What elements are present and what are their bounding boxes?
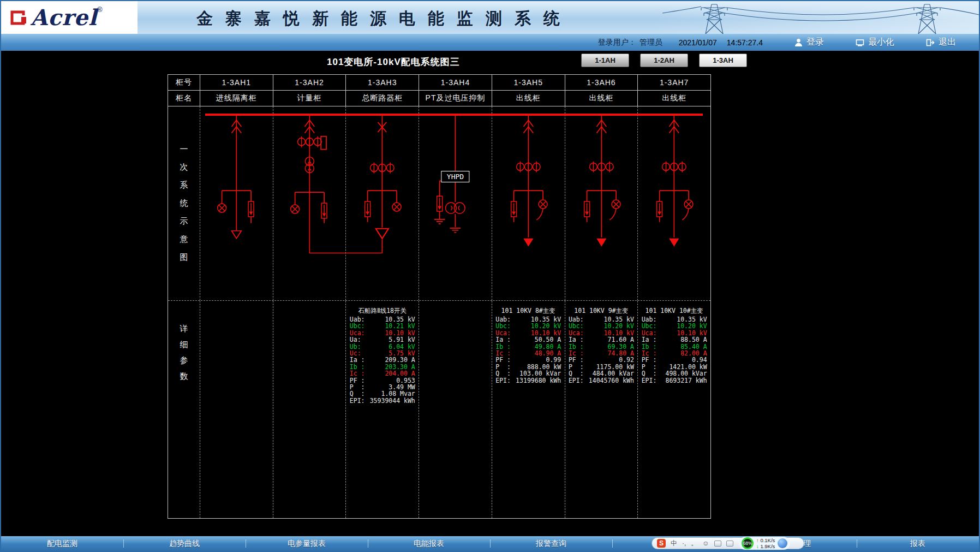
minimize-label: 最小化 <box>868 37 894 48</box>
down-arrow-icon: ↓ <box>756 543 759 549</box>
login-button[interactable]: 登录 <box>794 37 824 48</box>
app-title: 金寨嘉悦新能源电能监测系统 <box>196 8 572 30</box>
bottom-nav: 配电监测趋势曲线电参量报表电能报表报警查询通讯状态用户管理报表 <box>1 536 979 551</box>
transmission-towers-icon <box>662 1 979 34</box>
params-cell-1-3AH4 <box>419 301 492 518</box>
diagram-cell-1-3AH6 <box>565 106 638 300</box>
param-row: Ua:5.91 kV <box>350 336 415 343</box>
panel-title: 101 10KV 10#主变 <box>646 307 703 314</box>
panel-title: 石船路Ⅱ线18开关 <box>358 307 407 314</box>
param-row: Q :498.00 kVar <box>642 370 707 377</box>
params-cell-1-3AH6: 101 10KV 9#主变Uab:10.35 kVUbc:10.20 kVUca… <box>565 301 638 518</box>
minimize-icon <box>856 39 864 46</box>
date-display: 2021/01/07 <box>679 38 717 47</box>
tab-1-2AH[interactable]: 1-2AH <box>640 54 688 67</box>
params-cell-1-3AH5: 101 10KV 8#主变Uab:10.35 kVUbc:10.20 kVUca… <box>492 301 565 518</box>
params-cell-1-3AH3: 石船路Ⅱ线18开关Uab:10.35 kVUbc:10.21 kVUca:10.… <box>345 301 419 518</box>
busbar <box>205 114 703 116</box>
tab-1-1AH[interactable]: 1-1AH <box>581 54 629 67</box>
param-row: EPI:35939044 kWh <box>350 397 415 404</box>
up-arrow-icon: ↑ <box>756 537 759 543</box>
row-cabinet-name: 柜名 进线隔离柜计量柜总断路器柜PT及过电压抑制出线柜出线柜出线柜 <box>168 91 710 106</box>
cabinet-name-1-3AH2: 计量柜 <box>273 91 346 106</box>
view-tabs: 1-1AH1-2AH1-3AH <box>581 54 747 67</box>
cabinet-id-1-3AH4: 1-3AH4 <box>419 75 492 90</box>
param-row: Ia :50.50 A <box>495 336 561 343</box>
param-row: Ia :71.60 A <box>569 336 634 343</box>
panel-title: 101 10KV 8#主变 <box>501 307 555 314</box>
param-row: Ia :209.30 A <box>350 357 415 363</box>
keyboard-icon[interactable] <box>714 541 721 547</box>
net-monitor: 68% ↑ 0.1K/s ↓ 1.9K/s <box>739 537 790 550</box>
nav-item-电参量报表[interactable]: 电参量报表 <box>246 536 368 551</box>
oneline-outgoing-icon[interactable] <box>492 116 565 300</box>
params-cell-1-3AH2 <box>273 301 346 518</box>
param-row: Q :1.08 Mvar <box>350 390 415 397</box>
param-row: Q :484.00 kVar <box>569 370 634 377</box>
acrel-logo-icon <box>10 8 27 27</box>
cabinet-name-1-3AH7: 出线柜 <box>637 91 710 106</box>
oneline-incoming-icon[interactable] <box>200 116 273 300</box>
download-speed: ↓ 1.9K/s <box>756 543 775 549</box>
param-row: Ic :204.00 A <box>350 370 415 377</box>
param-row: EPI:13199680 kWh <box>495 377 561 384</box>
oneline-pt-icon[interactable] <box>419 116 492 300</box>
cabinet-id-1-3AH1: 1-3AH1 <box>200 75 273 90</box>
params-cell-1-3AH7: 101 10KV 10#主变Uab:10.35 kVUbc:10.20 kVUc… <box>637 301 710 518</box>
bottom-bar: 配电监测趋势曲线电参量报表电能报表报警查询通讯状态用户管理报表 <box>1 536 979 551</box>
yhpd-label: YHPD <box>441 171 469 182</box>
login-user-label: 登录用户： <box>598 38 636 48</box>
cabinet-id-1-3AH7: 1-3AH7 <box>637 75 710 90</box>
cabinet-id-1-3AH6: 1-3AH6 <box>565 75 638 90</box>
user-bar: 登录用户： 管理员 2021/01/07 14:57:27.4 登录 最小化 退… <box>1 34 979 51</box>
param-row: PF :0.99 <box>495 357 561 363</box>
cabinet-id-1-3AH3: 1-3AH3 <box>345 75 419 90</box>
brand-name: Acrel <box>31 7 97 28</box>
diagram-cell-1-3AH4: YHPD <box>419 106 492 300</box>
cabinet-id-1-3AH2: 1-3AH2 <box>273 75 346 90</box>
diagram-cell-1-3AH7 <box>637 106 710 300</box>
tab-1-3AH[interactable]: 1-3AH <box>699 54 747 67</box>
param-row: PF :0.92 <box>569 357 634 363</box>
diagram-section-label: 一次系统示意图 <box>168 106 200 300</box>
cabinet-name-1-3AH3: 总断路器柜 <box>345 91 419 106</box>
param-row: Ubc:10.20 kV <box>642 323 707 329</box>
diagram-cell-1-3AH3 <box>345 106 419 300</box>
diagram-cell-1-3AH2 <box>273 106 346 300</box>
page-title: 101变电所-10kV配电系统图三 <box>327 56 460 68</box>
params-section-label: 详细参数 <box>168 301 200 518</box>
ime-period-toggle[interactable]: 。 <box>691 539 697 548</box>
emoji-icon[interactable]: ☺ <box>702 539 709 547</box>
exit-button[interactable]: 退出 <box>926 37 956 48</box>
ime-punct-toggle[interactable]: ·, <box>682 539 686 547</box>
minimize-button[interactable]: 最小化 <box>856 37 894 48</box>
time-display: 14:57:27.4 <box>727 38 763 47</box>
param-row: Ubc:10.20 kV <box>495 323 561 329</box>
oneline-breaker-icon[interactable] <box>346 116 419 300</box>
cabinet-name-row-label: 柜名 <box>168 91 200 106</box>
diagram-cell-1-3AH1 <box>200 106 273 300</box>
exit-label: 退出 <box>939 37 956 48</box>
nav-item-电能报表[interactable]: 电能报表 <box>368 536 490 551</box>
param-row: Q :103.00 kVar <box>495 370 561 377</box>
sogou-logo-icon[interactable]: S <box>657 539 666 548</box>
panel-title: 101 10KV 9#主变 <box>574 307 628 314</box>
net-speeds: ↑ 0.1K/s ↓ 1.9K/s <box>756 537 775 549</box>
toolbox-icon[interactable] <box>726 541 733 547</box>
nav-item-报表[interactable]: 报表 <box>857 536 979 551</box>
upload-speed: ↑ 0.1K/s <box>756 537 775 543</box>
nav-item-趋势曲线[interactable]: 趋势曲线 <box>123 536 246 551</box>
oneline-outgoing-icon[interactable] <box>638 116 710 300</box>
title-bar: Acrel ® 金寨嘉悦新能源电能监测系统 <box>1 1 979 34</box>
cabinet-name-1-3AH5: 出线柜 <box>492 91 565 106</box>
browser-orb-icon[interactable] <box>778 538 787 548</box>
cabinet-name-1-3AH4: PT及过电压抑制 <box>419 91 492 106</box>
user-icon <box>794 38 803 46</box>
nav-item-报警查询[interactable]: 报警查询 <box>490 536 612 551</box>
ime-lang-toggle[interactable]: 中 <box>671 539 677 548</box>
exit-icon <box>926 39 935 46</box>
oneline-metering-icon[interactable] <box>273 116 346 300</box>
nav-item-配电监测[interactable]: 配电监测 <box>1 536 123 551</box>
battery-badge: 68% <box>742 537 754 549</box>
oneline-outgoing-icon[interactable] <box>565 116 638 300</box>
